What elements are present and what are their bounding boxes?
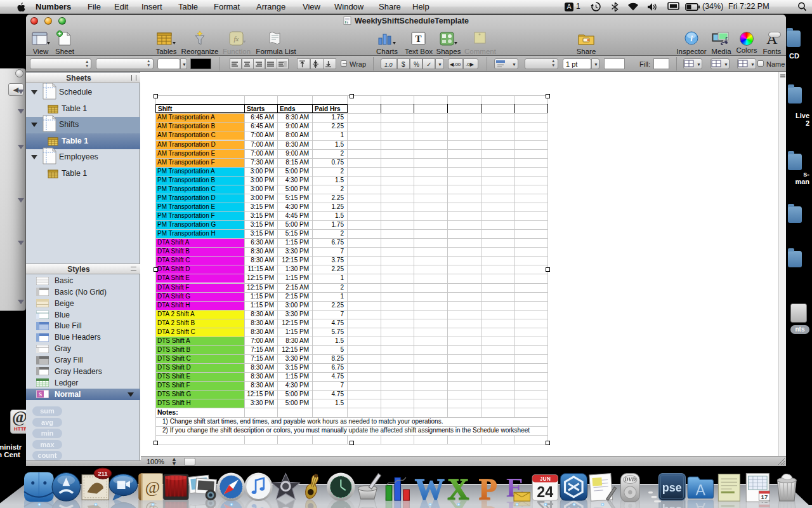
svg-text:A: A — [696, 500, 706, 508]
svg-text:DVD: DVD — [624, 476, 636, 483]
svg-text:P: P — [479, 472, 497, 505]
svg-text:24: 24 — [537, 484, 553, 500]
svg-text:T: T — [415, 34, 421, 44]
svg-text:fx: fx — [234, 35, 239, 43]
svg-text:@: @ — [145, 478, 160, 497]
svg-text:pse: pse — [662, 504, 682, 508]
svg-text:X: X — [447, 472, 469, 505]
svg-text:pse: pse — [662, 481, 682, 494]
svg-text:A: A — [696, 482, 706, 498]
svg-text:JUN: JUN — [540, 476, 551, 482]
svg-text:211: 211 — [98, 470, 108, 477]
svg-text:W: W — [415, 472, 445, 505]
svg-text:17: 17 — [761, 493, 768, 500]
svg-text:i: i — [690, 34, 693, 43]
svg-text:S: S — [39, 391, 42, 398]
